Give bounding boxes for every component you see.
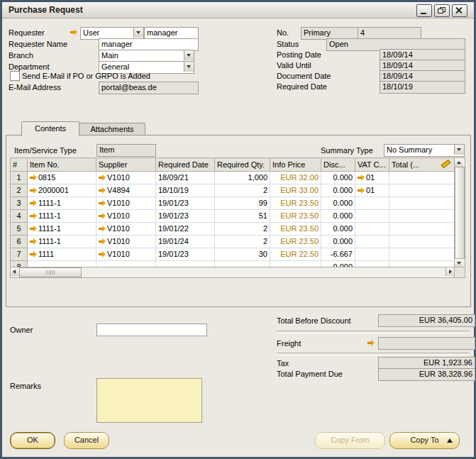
cell-vat[interactable]: 01 [355, 172, 389, 184]
link-arrow-icon[interactable] [30, 175, 37, 181]
restore-button[interactable] [434, 4, 450, 17]
cell-info-price[interactable]: EUR 22.50 [270, 248, 321, 261]
col-header-required-date[interactable]: Required Date [156, 158, 215, 172]
cell-required-date[interactable]: 18/09/21 [156, 172, 215, 184]
link-arrow-icon[interactable] [30, 226, 37, 232]
link-arrow-icon[interactable] [99, 251, 106, 258]
cell-info-price[interactable]: EUR 32.00 [270, 172, 321, 184]
link-arrow-icon[interactable] [30, 200, 37, 206]
col-header-num[interactable]: # [11, 158, 28, 172]
cell-supplier[interactable]: V4894 [96, 184, 156, 197]
cell-info-price[interactable]: EUR 23.50 [270, 223, 321, 236]
cell-vat[interactable] [355, 223, 389, 236]
col-header-vat[interactable]: VAT C... [355, 158, 389, 172]
copy-to-button[interactable]: Copy To [389, 432, 460, 449]
dropdown-arrow-icon[interactable] [184, 50, 194, 60]
cell-total[interactable] [389, 197, 455, 210]
cell-total[interactable] [389, 223, 455, 236]
grid-pencil-icon[interactable] [440, 159, 450, 168]
cell-info-price[interactable]: EUR 23.50 [270, 236, 321, 248]
cancel-button[interactable]: Cancel [64, 432, 109, 449]
col-header-info-price[interactable]: Info Price [270, 158, 321, 172]
row-number[interactable]: 5 [11, 223, 28, 236]
link-arrow-icon[interactable] [358, 175, 365, 181]
cell-item-no[interactable]: 1111-1 [28, 223, 96, 236]
row-number[interactable]: 1 [11, 172, 28, 184]
ok-button[interactable]: OK [10, 432, 55, 449]
item-service-type-field[interactable]: Item [96, 144, 156, 157]
cell-required-date[interactable]: 19/01/23 [156, 248, 215, 261]
link-arrow-icon[interactable] [30, 187, 37, 194]
email-field[interactable]: portal@beas.de [99, 82, 199, 94]
cell-total[interactable] [389, 236, 455, 248]
link-arrow-icon[interactable] [367, 340, 375, 346]
cell-total[interactable] [389, 184, 455, 197]
tab-contents[interactable]: Contents [21, 121, 79, 136]
link-arrow-icon[interactable] [30, 213, 37, 219]
link-arrow-icon[interactable] [99, 175, 106, 181]
link-arrow-icon[interactable] [30, 238, 37, 245]
cell-vat[interactable] [355, 248, 389, 261]
cell-required-date[interactable]: 19/01/22 [156, 223, 215, 236]
remarks-textarea[interactable] [96, 378, 202, 423]
summary-type-combo[interactable]: No Summary [384, 144, 465, 157]
cell-item-no[interactable]: 0815 [28, 172, 96, 184]
col-header-discount[interactable]: Disc... [321, 158, 355, 172]
cell-item-no[interactable]: 1111-1 [28, 197, 96, 210]
cell-supplier[interactable]: V1010 [96, 210, 156, 223]
copy-from-button[interactable]: Copy From [315, 432, 385, 449]
cell-required-qty[interactable]: 2 [215, 184, 270, 197]
link-arrow-icon[interactable] [99, 238, 106, 245]
cell-supplier[interactable]: V1010 [96, 236, 156, 248]
required-date-field[interactable]: 18/10/19 [380, 81, 465, 94]
cell-required-qty[interactable]: 1,000 [215, 172, 270, 184]
link-arrow-icon[interactable] [99, 213, 106, 219]
cell-supplier[interactable]: V1010 [96, 172, 156, 184]
owner-field[interactable] [96, 323, 207, 336]
dropdown-arrow-icon[interactable] [133, 28, 143, 38]
cell-required-qty[interactable]: 2 [215, 223, 270, 236]
cell-discount[interactable]: -6.667 [321, 248, 355, 261]
cell-supplier[interactable]: V1010 [96, 248, 156, 261]
row-number[interactable]: 4 [11, 210, 28, 223]
cell-discount[interactable]: 0.000 [321, 236, 355, 248]
cell-total[interactable] [389, 210, 455, 223]
cell-discount[interactable]: 0.000 [321, 184, 355, 197]
col-header-item-no[interactable]: Item No. [28, 158, 96, 172]
cell-item-no[interactable]: 2000001 [28, 184, 96, 197]
cell-info-price[interactable]: EUR 33.00 [270, 184, 321, 197]
horizontal-scroll-thumb[interactable] [19, 267, 82, 277]
col-header-supplier[interactable]: Supplier [96, 158, 156, 172]
cell-required-qty[interactable]: 30 [215, 248, 270, 261]
cell-total[interactable] [389, 172, 455, 184]
link-arrow-icon[interactable] [99, 226, 106, 232]
cell-discount[interactable]: 0.000 [321, 223, 355, 236]
cell-supplier[interactable]: V1010 [96, 197, 156, 210]
table-vertical-scrollbar[interactable] [454, 157, 465, 268]
cell-required-date[interactable]: 18/10/19 [156, 184, 215, 197]
row-number[interactable]: 7 [11, 248, 28, 261]
cell-required-qty[interactable]: 99 [215, 197, 270, 210]
cell-vat[interactable] [355, 236, 389, 248]
link-arrow-icon[interactable] [30, 251, 37, 258]
title-bar[interactable]: Purchase Request [2, 2, 474, 18]
cell-info-price[interactable]: EUR 23.50 [270, 197, 321, 210]
vertical-scroll-thumb[interactable] [455, 167, 465, 259]
minimize-button[interactable] [416, 4, 432, 17]
row-number[interactable]: 3 [11, 197, 28, 210]
cell-vat[interactable] [355, 210, 389, 223]
cell-total[interactable] [389, 248, 455, 261]
dropdown-arrow-icon[interactable] [454, 145, 464, 155]
cell-info-price[interactable]: EUR 23.50 [270, 210, 321, 223]
link-arrow-icon[interactable] [99, 187, 106, 194]
link-arrow-icon[interactable] [358, 187, 365, 194]
link-arrow-icon[interactable] [99, 200, 106, 206]
tab-attachments[interactable]: Attachments [79, 123, 145, 136]
cell-vat[interactable]: 01 [355, 184, 389, 197]
cell-item-no[interactable]: 1111 [28, 248, 96, 261]
cell-item-no[interactable]: 1111-1 [28, 210, 96, 223]
link-arrow-icon[interactable] [70, 29, 77, 35]
cell-discount[interactable]: 0.000 [321, 197, 355, 210]
freight-field[interactable] [378, 337, 475, 350]
cell-required-date[interactable]: 19/01/23 [156, 197, 215, 210]
